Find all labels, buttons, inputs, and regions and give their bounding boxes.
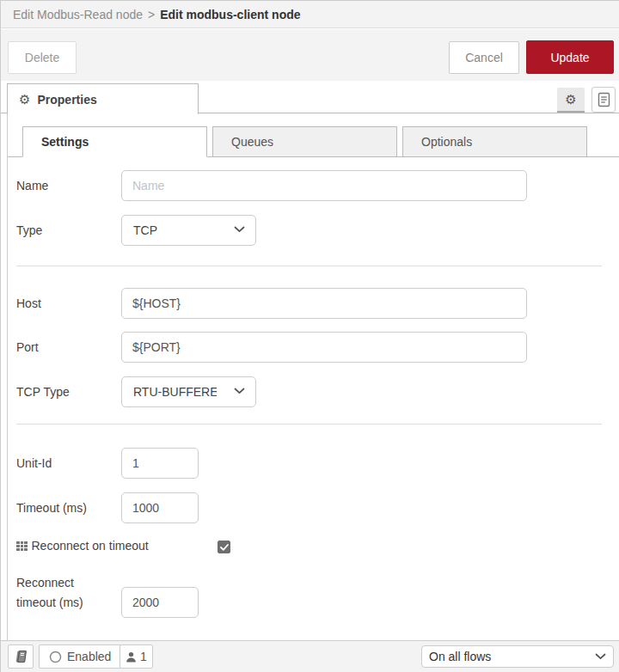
port-label: Port xyxy=(16,340,116,354)
reconnect-timeout-label: Reconnect timeout (ms) xyxy=(16,573,113,613)
delete-button[interactable]: Delete xyxy=(8,41,77,74)
chevron-down-icon xyxy=(234,226,245,233)
type-select[interactable]: TCP xyxy=(121,215,256,246)
timeout-label: Timeout (ms) xyxy=(16,501,116,515)
panel-left-edge xyxy=(7,113,8,641)
tcp-type-select[interactable]: RTU-BUFFERED xyxy=(121,376,256,407)
type-label: Type xyxy=(16,223,116,237)
cancel-button[interactable]: Cancel xyxy=(449,41,519,74)
scope-select[interactable]: On all flows xyxy=(421,645,614,668)
document-icon xyxy=(598,92,610,107)
user-count: 1 xyxy=(140,650,147,663)
node-help-button[interactable] xyxy=(8,645,34,669)
enabled-label: Enabled xyxy=(67,650,111,663)
chevron-down-icon xyxy=(234,388,245,394)
name-input[interactable] xyxy=(121,170,527,201)
breadcrumb: Edit Modbus-Read node > Edit modbus-clie… xyxy=(1,1,619,28)
section-divider xyxy=(16,424,602,425)
circle-icon xyxy=(49,651,62,663)
grid-icon xyxy=(16,541,28,551)
user-icon xyxy=(126,651,137,663)
settings-tab-bar: Settings Queues Optionals xyxy=(22,126,587,157)
edit-node-tray: Edit Modbus-Read node > Edit modbus-clie… xyxy=(0,0,619,672)
book-icon xyxy=(13,650,28,663)
gear-icon: ⚙ xyxy=(565,93,576,106)
name-label: Name xyxy=(16,179,116,192)
page-title: Edit modbus-client node xyxy=(160,8,300,21)
tab-properties[interactable]: ⚙ Properties xyxy=(7,83,199,114)
reconnect-on-timeout-row: Reconnect on timeout xyxy=(16,539,149,553)
tab-queues[interactable]: Queues xyxy=(212,126,397,157)
port-input[interactable] xyxy=(121,332,527,363)
reconnect-on-timeout-checkbox[interactable] xyxy=(218,541,230,553)
host-label: Host xyxy=(16,296,116,310)
breadcrumb-separator: > xyxy=(148,8,155,21)
tray-footer: Enabled 1 On all flows xyxy=(1,640,619,672)
properties-tab-label: Properties xyxy=(37,93,96,107)
chevron-down-icon xyxy=(595,653,606,660)
node-description-toggle-button[interactable] xyxy=(591,87,616,113)
node-users-button[interactable]: 1 xyxy=(120,645,153,669)
gear-icon: ⚙ xyxy=(19,93,30,106)
tab-settings[interactable]: Settings xyxy=(22,126,207,157)
scope-select-value: On all flows xyxy=(429,650,491,663)
reconnect-on-timeout-label: Reconnect on timeout xyxy=(32,539,149,553)
unit-id-input[interactable] xyxy=(121,448,199,479)
tcp-type-select-value: RTU-BUFFERED xyxy=(133,385,217,399)
section-divider xyxy=(16,266,602,266)
breadcrumb-parent-link[interactable]: Edit Modbus-Read node xyxy=(13,8,143,21)
node-properties-toggle-button[interactable]: ⚙ xyxy=(557,88,585,113)
timeout-input[interactable] xyxy=(121,492,199,523)
tab-optionals[interactable]: Optionals xyxy=(402,126,587,157)
type-select-value: TCP xyxy=(133,223,157,237)
reconnect-timeout-input[interactable] xyxy=(121,587,199,618)
check-icon xyxy=(220,544,229,551)
palette-header: ⚙ Properties ⚙ xyxy=(1,81,619,113)
node-enabled-toggle-button[interactable]: Enabled xyxy=(39,645,121,669)
host-input[interactable] xyxy=(121,288,527,319)
unit-id-label: Unit-Id xyxy=(16,456,116,470)
update-button[interactable]: Update xyxy=(526,40,614,74)
tcp-type-label: TCP Type xyxy=(16,385,116,399)
tray-toolbar: Delete Cancel Update xyxy=(1,29,619,81)
